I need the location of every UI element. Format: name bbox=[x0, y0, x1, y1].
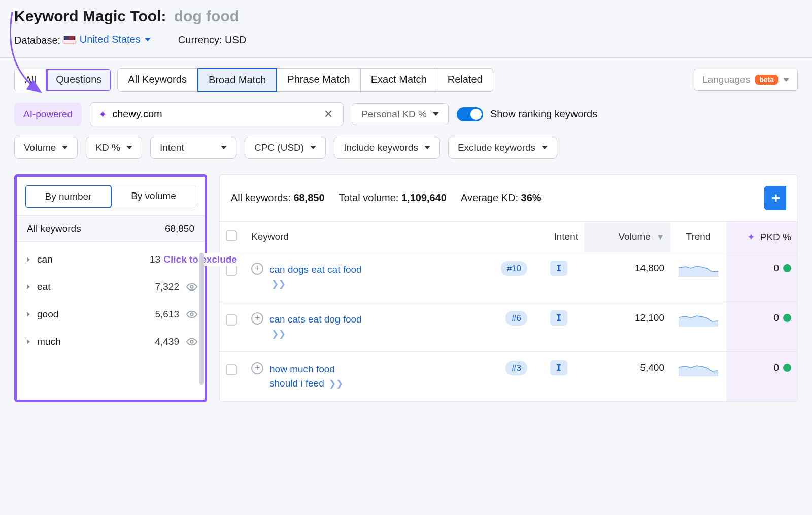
chevron-right-icon bbox=[27, 312, 30, 317]
total-vol-stat-value: 1,109,640 bbox=[401, 192, 447, 203]
chevron-down-icon bbox=[310, 146, 316, 149]
intent-pill: I bbox=[550, 360, 567, 375]
kd-difficulty-dot bbox=[783, 264, 791, 272]
volume-cell: 12,100 bbox=[584, 302, 670, 351]
cpc-filter-label: CPC (USD) bbox=[254, 142, 304, 153]
chevron-right-icon bbox=[27, 339, 30, 344]
page-header: Keyword Magic Tool: dog food Database: U… bbox=[0, 0, 812, 58]
pkd-value: 0 bbox=[773, 312, 779, 323]
currency-display: Currency: USD bbox=[178, 34, 247, 46]
sidebar-scrollbar[interactable] bbox=[199, 253, 204, 385]
trend-sparkline bbox=[679, 312, 718, 327]
trend-sparkline bbox=[679, 362, 718, 376]
match-related[interactable]: Related bbox=[437, 68, 493, 92]
add-button[interactable]: + bbox=[764, 186, 786, 210]
avg-kd-stat-label: Average KD: bbox=[461, 192, 518, 203]
col-pkd[interactable]: ✦ PKD % bbox=[726, 221, 797, 252]
kd-difficulty-dot bbox=[783, 364, 791, 372]
database-selector[interactable]: Database: United States bbox=[14, 34, 151, 46]
sidebar-summary[interactable]: All keywords 68,850 bbox=[17, 215, 205, 242]
sort-toggle-group: By number By volume bbox=[25, 185, 196, 208]
ranking-toggle[interactable] bbox=[457, 107, 483, 121]
svg-point-3 bbox=[190, 313, 193, 316]
expand-icon[interactable]: + bbox=[251, 362, 263, 374]
chevron-down-icon bbox=[221, 146, 227, 149]
seed-keyword: dog food bbox=[174, 8, 239, 24]
volume-filter[interactable]: Volume bbox=[14, 137, 78, 159]
col-volume[interactable]: Volume ▼ bbox=[584, 221, 670, 252]
chevron-right-icon bbox=[27, 257, 30, 262]
col-keyword[interactable]: Keyword bbox=[245, 221, 493, 252]
kd-filter[interactable]: KD % bbox=[86, 137, 142, 159]
rank-pill: #3 bbox=[505, 361, 527, 375]
cpc-filter[interactable]: CPC (USD) bbox=[245, 137, 326, 159]
select-all-checkbox[interactable] bbox=[226, 230, 237, 241]
volume-filter-label: Volume bbox=[24, 142, 56, 153]
match-exact[interactable]: Exact Match bbox=[361, 68, 437, 92]
eye-icon[interactable] bbox=[186, 309, 197, 320]
col-intent[interactable]: Intent bbox=[533, 221, 584, 252]
all-kw-stat-value: 68,850 bbox=[293, 192, 324, 203]
dbl-chevron-icon: ❯❯ bbox=[329, 379, 343, 389]
sort-desc-icon: ▼ bbox=[656, 233, 664, 241]
eye-icon[interactable] bbox=[186, 336, 197, 347]
match-all-keywords[interactable]: All Keywords bbox=[117, 68, 197, 92]
beta-badge: beta bbox=[755, 75, 778, 85]
include-filter[interactable]: Include keywords bbox=[334, 137, 440, 159]
chevron-down-icon bbox=[126, 146, 132, 149]
all-kw-stat-label: All keywords: bbox=[231, 192, 291, 203]
type-toggle-group: All Questions bbox=[14, 69, 111, 91]
row-checkbox[interactable] bbox=[226, 265, 237, 276]
row-checkbox[interactable] bbox=[226, 314, 237, 326]
tab-all[interactable]: All bbox=[15, 69, 47, 91]
svg-point-2 bbox=[190, 285, 193, 288]
match-phrase[interactable]: Phrase Match bbox=[277, 68, 360, 92]
sidebar-item-count: 7,322 bbox=[155, 281, 179, 293]
expand-icon[interactable]: + bbox=[251, 312, 263, 325]
match-broad[interactable]: Broad Match bbox=[197, 68, 277, 92]
sort-by-volume[interactable]: By volume bbox=[111, 185, 196, 208]
tab-questions[interactable]: Questions bbox=[46, 69, 111, 91]
row-checkbox[interactable] bbox=[226, 364, 237, 375]
sort-by-number[interactable]: By number bbox=[25, 185, 112, 208]
rank-pill: #6 bbox=[505, 311, 527, 326]
results-table: Keyword Intent Volume ▼ Trend ✦ PKD % +c… bbox=[220, 221, 797, 402]
chevron-down-icon bbox=[62, 146, 68, 149]
domain-input[interactable] bbox=[112, 108, 317, 120]
currency-value: USD bbox=[225, 34, 246, 45]
sidebar-item[interactable]: much4,439 bbox=[17, 328, 205, 356]
chevron-down-icon bbox=[783, 78, 789, 82]
col-pkd-label: PKD % bbox=[760, 232, 791, 242]
database-value: United States bbox=[80, 34, 141, 45]
dbl-chevron-icon: ❯❯ bbox=[272, 279, 286, 289]
trend-sparkline bbox=[679, 263, 718, 277]
chevron-right-icon bbox=[27, 284, 30, 289]
expand-icon[interactable]: + bbox=[251, 263, 263, 275]
keyword-link[interactable]: can cats eat dog food ❯❯ bbox=[269, 312, 363, 341]
sidebar-item[interactable]: good5,613 bbox=[17, 301, 205, 328]
personal-kd-dropdown[interactable]: Personal KD % bbox=[352, 103, 449, 125]
rank-pill: #10 bbox=[501, 261, 527, 276]
table-row: +can cats eat dog food ❯❯#6I12,1000 bbox=[220, 302, 797, 351]
clear-icon[interactable]: ✕ bbox=[322, 108, 335, 121]
sidebar-item-kw: eat bbox=[37, 281, 148, 293]
database-label: Database: bbox=[14, 35, 60, 46]
kd-filter-label: KD % bbox=[95, 142, 120, 153]
keyword-link[interactable]: can dogs eat cat food ❯❯ bbox=[269, 263, 363, 292]
sidebar-item-count: 5,613 bbox=[155, 309, 179, 320]
volume-cell: 5,400 bbox=[584, 351, 670, 401]
keyword-link[interactable]: how much food should i feed ❯❯ bbox=[269, 362, 363, 391]
intent-filter[interactable]: Intent bbox=[150, 137, 236, 159]
col-trend[interactable]: Trend bbox=[670, 221, 726, 252]
languages-dropdown[interactable]: Languages beta bbox=[694, 69, 798, 91]
intent-filter-label: Intent bbox=[160, 142, 184, 153]
results-panel: All keywords: 68,850 Total volume: 1,109… bbox=[219, 174, 798, 402]
exclude-filter[interactable]: Exclude keywords bbox=[448, 137, 557, 159]
currency-label: Currency: bbox=[178, 34, 222, 45]
pkd-value: 0 bbox=[773, 263, 779, 273]
intent-pill: I bbox=[550, 261, 567, 276]
eye-icon[interactable] bbox=[186, 281, 197, 293]
sidebar-item[interactable]: eat7,322 bbox=[17, 273, 205, 301]
keyword-groups-sidebar: By number By volume All keywords 68,850 … bbox=[14, 174, 207, 402]
match-type-group: All Keywords Broad Match Phrase Match Ex… bbox=[117, 68, 493, 92]
